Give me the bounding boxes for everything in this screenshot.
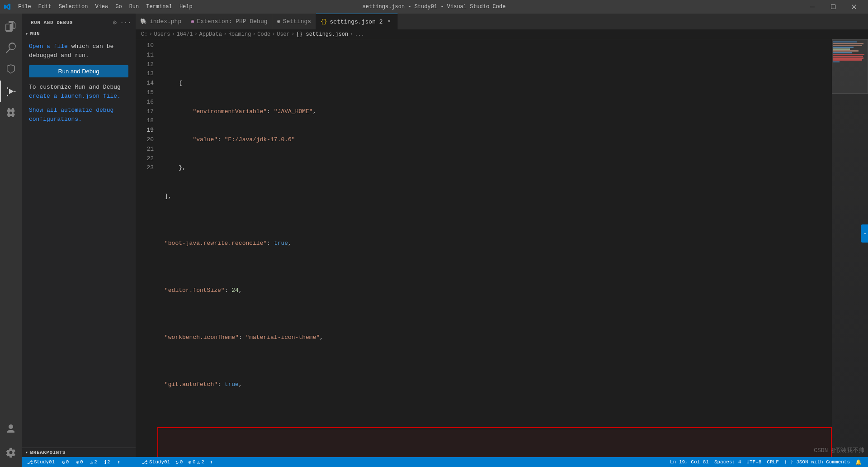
chevron-right-icon: ▾: [25, 450, 28, 455]
menu-terminal[interactable]: Terminal: [142, 0, 176, 14]
menu-view[interactable]: View: [91, 0, 112, 14]
tab-extension-php-debug[interactable]: ⊞ Extension: PHP Debug: [186, 14, 272, 29]
tab-settings[interactable]: ⚙ Settings: [272, 14, 316, 29]
breadcrumb-ellipsis[interactable]: ...: [354, 31, 364, 38]
svg-rect-1: [831, 5, 835, 9]
line-num-23: 23: [139, 163, 154, 173]
breadcrumb-sep-1: ›: [149, 32, 152, 37]
status-sync[interactable]: ↻ 0: [60, 459, 71, 465]
activity-search[interactable]: [0, 37, 22, 59]
language-mode-label: { } JSON with Comments: [784, 459, 850, 465]
tab-index-php[interactable]: 🐘 index.php: [136, 14, 186, 29]
run-and-debug-button[interactable]: Run and Debug: [29, 65, 128, 77]
tab-label-settings-json: settings.json 2: [330, 19, 383, 25]
activity-extensions[interactable]: [0, 102, 22, 124]
tab-settings-json[interactable]: {} settings.json 2 ×: [316, 14, 397, 29]
breakpoints-header[interactable]: ▾ BREAKPOINTS: [22, 448, 136, 457]
status-line-endings[interactable]: CRLF: [764, 457, 781, 467]
breadcrumb: C: › Users › 16471 › AppData › Roaming ›…: [136, 29, 868, 39]
vscode-logo-icon: [4, 3, 11, 10]
activity-explorer[interactable]: [0, 15, 22, 37]
breadcrumb-16471[interactable]: 16471: [176, 31, 193, 38]
status-spaces[interactable]: Spaces: 4: [712, 457, 744, 467]
breadcrumb-settings-json[interactable]: {} settings.json: [296, 31, 348, 38]
status-git-branch-item[interactable]: ⎇ Study01: [139, 457, 173, 467]
tab-label-settings: Settings: [283, 18, 311, 25]
activity-bar: [0, 14, 22, 467]
status-notifications[interactable]: 🔔: [853, 457, 864, 467]
breadcrumb-sep-5: ›: [253, 32, 255, 37]
open-file-link[interactable]: Open a file: [29, 43, 68, 50]
line-num-12: 12: [139, 60, 154, 70]
show-all-debug-configs: Show all automatic debug configurations.: [29, 106, 128, 124]
activity-settings[interactable]: [0, 442, 22, 463]
code-line-13: },: [157, 163, 832, 173]
bell-icon: 🔔: [855, 459, 862, 465]
floating-sidebar-toggle[interactable]: ‹: [861, 224, 868, 243]
error-circle-icon: ⊗: [188, 459, 191, 465]
php-icon: 🐘: [140, 18, 147, 25]
status-warnings[interactable]: ⚠ 2: [89, 459, 99, 465]
menu-selection[interactable]: Selection: [55, 0, 92, 14]
warning-icon: ⚠: [90, 459, 94, 465]
window-controls: [802, 0, 864, 14]
sync-icon: ↻: [175, 459, 179, 465]
status-remote-item[interactable]: ⬆: [207, 457, 216, 467]
code-line-11: "environmentVariable": "JAVA_HOME",: [157, 107, 832, 117]
line-num-22: 22: [139, 154, 154, 164]
code-content[interactable]: { "environmentVariable": "JAVA_HOME", "v…: [157, 39, 832, 457]
restore-button[interactable]: [823, 0, 844, 14]
code-editor[interactable]: 10 11 12 13 14 15 16 17 18 19 20 21 22 2…: [136, 39, 868, 457]
tab-close-settings-json[interactable]: ×: [386, 18, 393, 25]
breadcrumb-code[interactable]: Code: [257, 31, 270, 38]
status-cursor-position[interactable]: Ln 19, Col 81: [667, 457, 712, 467]
run-debug-customize-text: To customize Run and Debug create a laun…: [29, 83, 128, 100]
close-button[interactable]: [844, 0, 864, 14]
sync-label: 0: [180, 459, 183, 465]
status-language-mode[interactable]: { } JSON with Comments: [782, 457, 853, 467]
sidebar-run-header[interactable]: ▾ RUN: [22, 29, 136, 38]
code-line-18: "git.autofetch": true,: [157, 380, 832, 390]
status-sync-item[interactable]: ↻ 0: [173, 457, 185, 467]
sidebar-run-section: ▾ RUN Open a file which can be debugged …: [22, 29, 136, 448]
menu-go[interactable]: Go: [112, 0, 125, 14]
activity-run-debug[interactable]: [0, 81, 22, 102]
activity-bar-bottom: [0, 418, 22, 467]
code-line-10: {: [157, 79, 832, 88]
menu-edit[interactable]: Edit: [35, 0, 55, 14]
tab-bar: 🐘 index.php ⊞ Extension: PHP Debug ⚙ Set…: [136, 14, 868, 29]
menu-run[interactable]: Run: [126, 0, 143, 14]
create-launch-json-link[interactable]: create a launch.json file.: [29, 93, 121, 100]
status-encoding[interactable]: UTF-8: [744, 457, 764, 467]
status-cloud[interactable]: ⬆: [116, 459, 123, 465]
sidebar-more-icon[interactable]: ···: [121, 18, 130, 27]
error-icon: ⊗: [76, 459, 79, 465]
tab-label-extension-php-debug: Extension: PHP Debug: [197, 18, 267, 25]
sidebar: RUN AND DEBUG ⚙ ··· ▾ RUN Open a file wh…: [22, 14, 136, 467]
line-num-17: 17: [139, 107, 154, 117]
status-git-branch[interactable]: ⎇ Study01: [25, 459, 57, 465]
breadcrumb-user[interactable]: User: [277, 31, 290, 38]
sidebar-settings-icon[interactable]: ⚙: [110, 18, 119, 27]
activity-source-control[interactable]: [0, 59, 22, 81]
status-error-item[interactable]: ⊗ 0 ⚠ 2: [185, 457, 207, 467]
status-errors[interactable]: ⊗ 0: [74, 459, 85, 465]
status-bar-left: ⎇ Study01 ↻ 0 ⊗ 0 ⚠ 2 ⬆: [139, 457, 216, 467]
minimize-button[interactable]: [802, 0, 823, 14]
breadcrumb-roaming[interactable]: Roaming: [228, 31, 251, 38]
show-all-configs-link[interactable]: Show all automatic debug configurations.: [29, 107, 113, 123]
code-line-16: "editor.fontSize": 24,: [157, 286, 832, 295]
error-count: 0: [80, 459, 83, 465]
menu-help[interactable]: Help: [176, 0, 196, 14]
breadcrumb-sep-2: ›: [172, 32, 175, 37]
breadcrumb-c[interactable]: C:: [141, 31, 147, 38]
menu-file[interactable]: File: [14, 0, 35, 14]
status-info[interactable]: ℹ 2: [103, 459, 112, 465]
breadcrumb-appdata[interactable]: AppData: [199, 31, 222, 38]
breakpoints-label: BREAKPOINTS: [30, 450, 66, 455]
cursor-position-label: Ln 19, Col 81: [670, 459, 709, 465]
activity-account[interactable]: [0, 418, 22, 440]
code-line-12: "value": "E:/Java/jdk-17.0.6": [157, 135, 832, 145]
minimap[interactable]: [832, 39, 868, 457]
breadcrumb-users[interactable]: Users: [154, 31, 170, 38]
